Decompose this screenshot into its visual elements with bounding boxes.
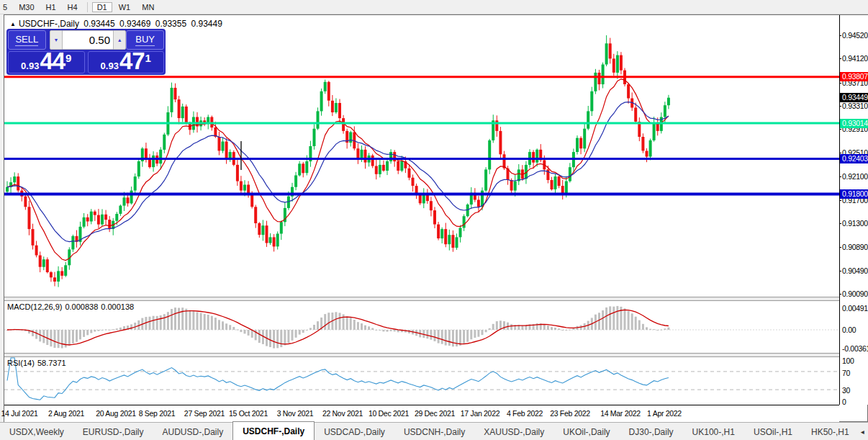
price-axis: 0.945200.941200.937100.933100.929100.925… xyxy=(839,15,868,405)
rsi-axis-tick: 100 xyxy=(842,356,854,365)
macd-axis-tick: -0.00361 xyxy=(842,344,868,353)
current-price-label: 0.93449 xyxy=(840,93,868,102)
date-axis-label: 27 Sep 2021 xyxy=(184,409,225,418)
price-chart-pane: ▲USDCHF-,Daily 0.93445 0.93469 0.93355 0… xyxy=(4,15,839,297)
chart-tab-uk100[interactable]: UK100-,H1 xyxy=(683,423,744,440)
chart-tab-dj30[interactable]: DJ30-,Daily xyxy=(620,423,683,440)
price-axis-tick: 0.90490 xyxy=(842,266,868,275)
tab-scroll-left-icon[interactable]: ◂ xyxy=(859,428,867,436)
macd-value-signal: 0.000138 xyxy=(101,302,134,311)
date-axis-label: 22 Nov 2021 xyxy=(322,409,363,418)
timeframe-button-w1[interactable]: W1 xyxy=(114,2,136,12)
chart-tab-usdchf[interactable]: USDCHF-,Daily xyxy=(232,421,315,440)
symbol-name: USDCHF-,Daily xyxy=(19,19,79,29)
date-axis-label: 23 Feb 2022 xyxy=(550,409,590,418)
rsi-label: RSI(14)58.7371 xyxy=(7,359,69,367)
date-axis-label: 4 Feb 2022 xyxy=(507,409,543,418)
date-axis-label: 2 Aug 2021 xyxy=(48,409,84,418)
chart-tab-hk50[interactable]: HK50-,H1 xyxy=(802,423,859,440)
tick-mark xyxy=(839,129,841,130)
tick-mark xyxy=(839,200,841,201)
macd-value-main: 0.000838 xyxy=(65,302,98,311)
tick-mark xyxy=(839,271,841,271)
rsi-axis-tick: 0 xyxy=(842,398,846,406)
price-axis-tick: 0.91300 xyxy=(842,219,868,228)
date-axis-label: 17 Jan 2022 xyxy=(461,409,500,418)
tick-mark xyxy=(839,223,841,224)
chart-tab-usdx[interactable]: USDX,Weekly xyxy=(0,423,73,440)
level-price-label: 0.91800 xyxy=(840,189,868,199)
level-price-label: 0.92403 xyxy=(840,154,868,163)
ohlc-close: 0.93449 xyxy=(191,19,222,29)
sell-button[interactable]: SELL xyxy=(8,30,46,50)
spin-down-icon: ▼ xyxy=(53,37,58,42)
date-axis-label: 14 Mar 2022 xyxy=(600,409,641,418)
collapse-triangle-icon[interactable]: ▲ xyxy=(10,21,16,27)
date-axis-label: 1 Apr 2022 xyxy=(647,409,682,418)
date-axis-label: 14 Jul 2021 xyxy=(1,409,38,418)
timeframe-button-d1[interactable]: D1 xyxy=(92,2,112,12)
rsi-value: 58.7371 xyxy=(37,359,66,367)
volume-input[interactable] xyxy=(63,30,113,50)
date-axis-label: 8 Sep 2021 xyxy=(139,409,176,418)
rsi-axis-tick: 70 xyxy=(842,369,850,377)
macd-pane: MACD(12,26,9)0.0008380.000138 xyxy=(4,301,839,353)
one-click-trade-panel: SELL ▼ ▲ BUY 0.93449 0.93471 xyxy=(6,29,166,75)
chart-window: ▲USDCHF-,Daily 0.93445 0.93469 0.93355 0… xyxy=(4,14,868,422)
price-axis-tick: 0.90090 xyxy=(842,289,868,298)
timeframe-button-5[interactable]: 5 xyxy=(0,2,12,12)
date-axis-label: 10 Dec 2021 xyxy=(369,409,409,418)
toolbar-separator xyxy=(87,2,88,12)
tick-mark xyxy=(839,35,841,36)
rsi-pane: RSI(14)58.7371 xyxy=(4,357,839,405)
ohlc-high: 0.93469 xyxy=(119,19,150,29)
chart-tab-usdcad[interactable]: USDCAD-,Daily xyxy=(315,423,394,440)
ohlc-low: 0.93355 xyxy=(155,19,186,29)
chart-tab-usoil[interactable]: USOil-,H1 xyxy=(744,423,802,440)
macd-axis-tick: 0.00 xyxy=(842,325,856,334)
tick-mark xyxy=(839,247,841,248)
date-axis-label: 29 Dec 2021 xyxy=(415,409,455,418)
tab-scroll-arrows: ◂▸ xyxy=(859,423,868,440)
tick-mark xyxy=(839,176,841,177)
date-axis-label: 15 Oct 2021 xyxy=(229,409,268,418)
date-axis-label: 20 Aug 2021 xyxy=(96,409,136,418)
timeframe-button-m30[interactable]: M30 xyxy=(14,2,39,12)
spin-up-icon: ▲ xyxy=(117,37,122,42)
chart-tab-usdcnh[interactable]: USDCNH-,Daily xyxy=(394,423,474,440)
ask-price-display[interactable]: 0.93471 xyxy=(88,51,165,73)
rsi-chart xyxy=(4,357,839,405)
price-axis-tick: 0.93310 xyxy=(842,102,868,110)
mt4-terminal: 5M30H1H4D1W1MN ▲USDCHF-,Daily 0.93445 0.… xyxy=(0,0,868,440)
rsi-axis-tick: 30 xyxy=(842,386,850,395)
macd-name: MACD(12,26,9) xyxy=(7,302,62,311)
volume-decrease-button[interactable]: ▼ xyxy=(50,30,63,50)
buy-button[interactable]: BUY xyxy=(126,30,164,50)
level-price-label: 0.93014 xyxy=(840,119,868,128)
tick-mark xyxy=(839,106,841,107)
timeframe-button-h4[interactable]: H4 xyxy=(63,2,83,12)
volume-increase-button[interactable]: ▲ xyxy=(113,30,126,50)
rsi-name: RSI(14) xyxy=(7,359,35,367)
tick-mark xyxy=(839,153,841,153)
timeframe-toolbar: 5M30H1H4D1W1MN xyxy=(0,0,868,14)
date-axis-label: 3 Nov 2021 xyxy=(277,409,314,418)
chart-tab-eurusd[interactable]: EURUSD-,Daily xyxy=(73,423,153,440)
chart-tab-bar: USDX,WeeklyEURUSD-,DailyAUDUSD-,DailyUSD… xyxy=(0,422,868,440)
price-axis-tick: 0.94520 xyxy=(842,31,868,40)
chart-title-ohlc: ▲USDCHF-,Daily 0.93445 0.93469 0.93355 0… xyxy=(10,19,225,29)
timeframe-button-h1[interactable]: H1 xyxy=(41,2,61,12)
chart-tab-xauusd[interactable]: XAUUSD-,Daily xyxy=(474,423,553,440)
timeframe-button-mn[interactable]: MN xyxy=(137,2,159,12)
chart-tab-audusd[interactable]: AUDUSD-,Daily xyxy=(153,423,232,440)
bid-price-display[interactable]: 0.93449 xyxy=(8,51,85,73)
macd-label: MACD(12,26,9)0.0008380.000138 xyxy=(7,302,137,311)
tick-mark xyxy=(839,83,841,84)
price-axis-tick: 0.92100 xyxy=(842,172,868,181)
time-axis: 14 Jul 20212 Aug 202120 Aug 20218 Sep 20… xyxy=(4,405,839,422)
tick-mark xyxy=(839,294,841,295)
level-price-label: 0.93807 xyxy=(840,72,868,81)
chart-tab-ukoil[interactable]: UKOil-,Daily xyxy=(553,423,619,440)
ohlc-open: 0.93445 xyxy=(83,19,114,29)
macd-axis-tick: 0.00491 xyxy=(842,304,868,313)
